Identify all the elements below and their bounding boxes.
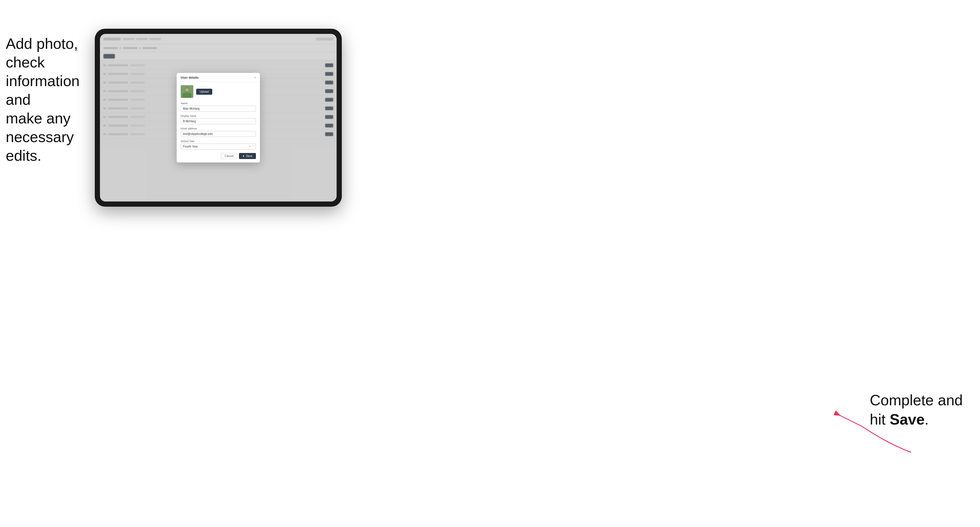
- school-year-field-group: School Year × ⌃: [181, 140, 256, 149]
- save-button[interactable]: ⬆ Save: [239, 153, 256, 159]
- modal-footer: Cancel ⬆ Save: [177, 153, 260, 162]
- modal-body: Upload Name Display name Email addre: [177, 82, 260, 153]
- name-input[interactable]: [181, 106, 256, 112]
- name-label: Name: [181, 102, 256, 105]
- name-field-group: Name: [181, 102, 256, 112]
- annotation-left: Add photo, checkinformation andmake anyn…: [6, 35, 98, 165]
- email-input[interactable]: [181, 131, 256, 137]
- modal-title: User details: [181, 76, 199, 79]
- school-year-label: School Year: [181, 140, 256, 143]
- modal-overlay: User details ×: [100, 34, 337, 202]
- cancel-button[interactable]: Cancel: [221, 153, 237, 159]
- clear-icon[interactable]: ×: [249, 145, 251, 148]
- svg-point-5: [185, 88, 189, 92]
- modal-header: User details ×: [177, 73, 260, 82]
- user-photo-thumbnail: [181, 85, 193, 98]
- display-name-field-group: Display name: [181, 114, 256, 124]
- save-icon: ⬆: [242, 155, 245, 157]
- svg-rect-6: [183, 93, 191, 98]
- email-field-group: Email address: [181, 127, 256, 137]
- display-name-label: Display name: [181, 114, 256, 117]
- chevron-down-icon[interactable]: ⌃: [252, 145, 254, 148]
- upload-photo-button[interactable]: Upload: [196, 89, 212, 95]
- school-year-input[interactable]: [181, 143, 256, 149]
- tablet-device: User details ×: [95, 29, 342, 207]
- annotation-right: Complete andhit Save.: [870, 390, 963, 429]
- close-icon[interactable]: ×: [254, 76, 256, 79]
- email-label: Email address: [181, 127, 256, 130]
- user-details-modal: User details ×: [177, 73, 260, 162]
- school-year-select-wrapper: × ⌃: [181, 143, 256, 149]
- save-label: Save: [246, 154, 253, 157]
- display-name-input[interactable]: [181, 118, 256, 124]
- photo-upload-row: Upload: [181, 85, 256, 98]
- tablet-screen: User details ×: [100, 34, 337, 202]
